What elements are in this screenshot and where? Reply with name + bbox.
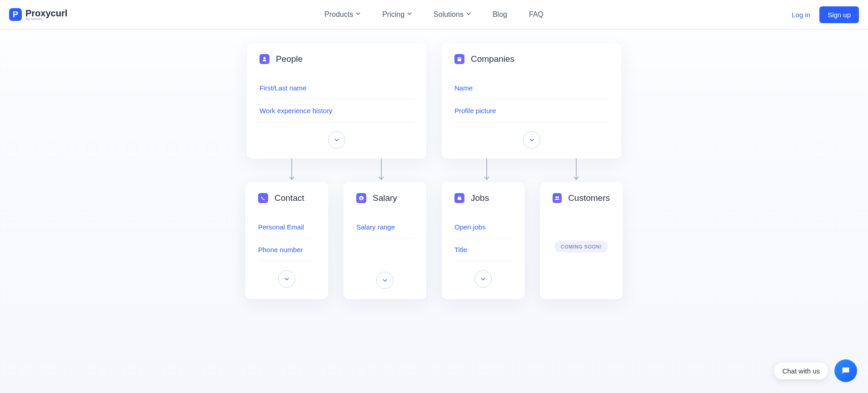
svg-point-12 [555,196,557,198]
card-item-link[interactable]: Name [454,77,609,99]
main-header: P Proxycurl By Nubela Products Pricing S… [0,0,868,30]
chevron-down-icon [466,12,471,17]
phone-icon [258,193,268,203]
people-card: People First/Last name Work experience h… [247,43,426,159]
arrow-down-icon [378,159,384,182]
expand-button[interactable] [523,131,540,149]
logo-icon: P [9,8,22,21]
card-item-link[interactable]: Personal Email [258,216,315,239]
card-item-link[interactable]: Work experience history [259,99,414,122]
jobs-card: Jobs Open jobs Title [442,182,524,299]
chat-icon [841,366,851,376]
svg-point-13 [557,196,559,198]
expand-button[interactable] [328,131,345,149]
chevron-down-icon [334,138,339,142]
chevron-down-icon [382,279,388,282]
coming-soon-badge: COMING SOON! [554,241,608,253]
nav-faq[interactable]: FAQ [529,10,544,19]
svg-text:$: $ [360,196,363,200]
login-link[interactable]: Log in [792,11,810,19]
signup-button[interactable]: Sign up [819,6,859,23]
chat-button[interactable] [834,359,857,382]
chevron-down-icon [284,277,289,281]
expand-button[interactable] [474,270,492,288]
svg-rect-2 [459,58,459,59]
chevron-down-icon [480,277,486,281]
nav-solutions[interactable]: Solutions [434,10,471,19]
customers-card: Customers COMING SOON! [540,182,623,299]
svg-rect-1 [458,57,461,61]
arrow-down-icon [573,159,579,182]
main-nav: Products Pricing Solutions Blog FAQ [324,10,544,19]
building-icon [454,54,464,64]
dollar-icon: $ [356,193,366,203]
card-item-link[interactable]: Phone number [258,239,315,261]
card-item-link[interactable]: Profile picture [454,99,609,122]
svg-rect-3 [460,58,461,59]
card-title: Contact [274,193,304,203]
briefcase-icon [454,193,464,203]
chat-widget: Chat with us [774,359,857,382]
chevron-down-icon [407,12,412,17]
nav-products[interactable]: Products [324,10,360,19]
expand-button[interactable] [278,270,295,288]
header-actions: Log in Sign up [792,6,859,23]
nav-pricing[interactable]: Pricing [382,10,412,19]
card-item-link[interactable]: First/Last name [259,77,414,99]
contact-card: Contact Personal Email Phone number [245,182,328,299]
chevron-down-icon [529,138,534,142]
companies-card: Companies Name Profile picture [442,43,621,159]
card-item-link[interactable]: Open jobs [454,216,512,239]
arrow-down-icon [289,159,295,182]
logo[interactable]: P Proxycurl By Nubela [9,8,67,21]
person-icon [259,54,269,64]
card-title: Salary [373,193,397,203]
expand-button[interactable] [376,272,394,289]
connector-arrows [161,159,707,182]
card-title: People [276,54,303,64]
chat-label[interactable]: Chat with us [774,363,828,379]
bottom-cards-row: Contact Personal Email Phone number $ Sa… [161,182,707,299]
card-item-link[interactable]: Title [454,239,512,261]
card-title: Customers [568,193,610,203]
svg-point-0 [264,57,266,60]
nav-blog[interactable]: Blog [493,10,507,19]
people-icon [553,193,562,203]
chevron-down-icon [356,12,360,17]
svg-rect-11 [459,196,460,198]
card-title: Companies [471,54,514,64]
arrow-down-icon [484,159,490,182]
top-cards-row: People First/Last name Work experience h… [161,43,707,159]
card-title: Jobs [471,193,489,203]
card-item-link[interactable]: Salary range [356,216,414,239]
main-content: People First/Last name Work experience h… [161,30,707,317]
salary-card: $ Salary Salary range [344,182,426,299]
